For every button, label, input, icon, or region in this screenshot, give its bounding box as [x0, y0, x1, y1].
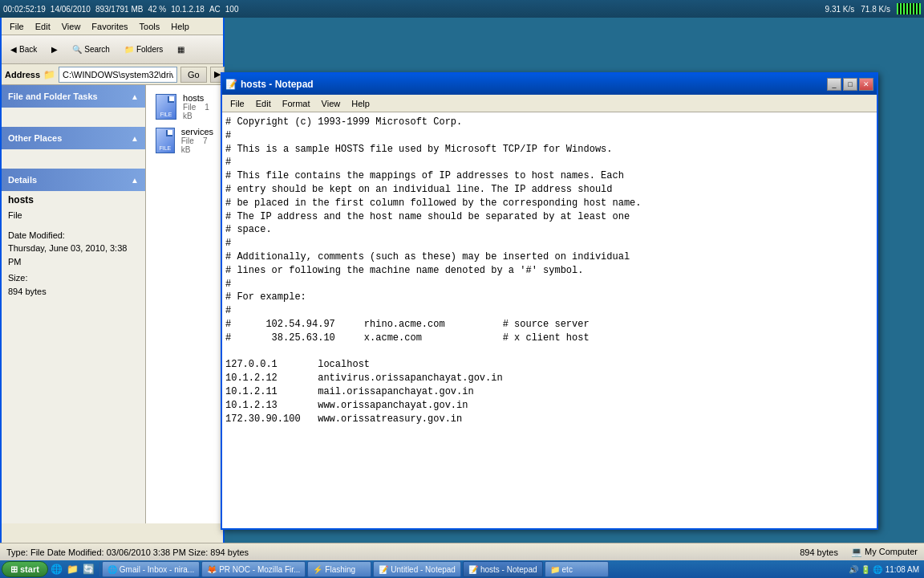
taskbar-task-untitled-notepad[interactable]: 📝 Untitled - Notepad — [373, 561, 461, 577]
start-label: start — [20, 564, 39, 574]
search-icon: 🔍 — [72, 45, 82, 54]
notepad-menu-format[interactable]: Format — [278, 97, 315, 110]
task-prnoc-label: PR NOC - Mozilla Fir... — [219, 565, 300, 574]
task-untitled-label: Untitled - Notepad — [391, 565, 456, 574]
address-input[interactable] — [59, 67, 177, 83]
details-type: File — [8, 209, 139, 222]
file-meta: File 7 kB — [181, 136, 213, 154]
folders-icon: 📁 — [124, 45, 134, 54]
task-flashing-label: Flashing — [325, 565, 355, 574]
explorer-content: File and Folder Tasks ▲ Other Places ▲ D… — [2, 85, 223, 523]
taskbar-task-gmail[interactable]: 🌐 Gmail - Inbox - nira... — [102, 561, 200, 577]
start-button[interactable]: ⊞ start — [2, 561, 48, 577]
taskbar-task-flashing[interactable]: ⚡ Flashing — [307, 561, 371, 577]
sidebar-section-other-places: Other Places ▲ — [2, 127, 145, 165]
top-memory: 893/1791 MB — [95, 5, 144, 14]
details-header[interactable]: Details ▲ — [2, 169, 145, 191]
go-button[interactable]: Go — [180, 67, 207, 83]
folders-button[interactable]: 📁 Folders — [119, 39, 168, 61]
main-file-area: FILE hosts File 1 kB FILE services — [146, 85, 223, 523]
explorer-menu-tools[interactable]: Tools — [135, 20, 165, 33]
back-icon: ◀ — [10, 45, 17, 54]
file-folder-tasks-content — [2, 108, 145, 124]
taskbar-top-left: 00:02:52:19 14/06/2010 893/1791 MB 42 % … — [3, 5, 239, 14]
notepad-content-area[interactable] — [222, 112, 877, 527]
top-net-down: 9.31 K/s — [825, 5, 855, 14]
explorer-menu-view[interactable]: View — [57, 20, 86, 33]
details-chevron-icon: ▲ — [131, 176, 139, 185]
address-label: Address — [5, 70, 40, 79]
chevron-icon: ▲ — [131, 92, 139, 101]
task-untitled-icon: 📝 — [379, 565, 388, 574]
details-size: 894 bytes — [8, 285, 139, 299]
explorer-menu-file[interactable]: File — [5, 20, 29, 33]
task-etc-label: etc — [562, 565, 573, 574]
details-size-label: Size: — [8, 271, 139, 285]
list-item[interactable]: FILE services File 7 kB — [152, 125, 217, 156]
file-folder-tasks-label: File and Folder Tasks — [8, 92, 98, 101]
top-volume: 100 — [225, 5, 239, 14]
explorer-toolbar: ◀ Back ▶ 🔍 Search 📁 Folders ▦ — [2, 35, 223, 64]
details-content: hosts File Date Modified: Thursday, June… — [2, 191, 145, 301]
windows-icon: ⊞ — [10, 564, 18, 575]
taskbar-bottom: ⊞ start 🌐 📁 🔄 🌐 Gmail - Inbox - nira... … — [0, 560, 924, 578]
details-filename: hosts — [8, 194, 139, 206]
sidebar-section-details: Details ▲ hosts File Date Modified: Thur… — [2, 169, 145, 301]
status-bar-size: 894 bytes — [800, 547, 838, 557]
notepad-icon: 📝 — [225, 79, 237, 90]
notepad-maximize-button[interactable]: □ — [843, 78, 857, 91]
notepad-titlebar: 📝 hosts - Notepad _ □ ✕ — [222, 74, 877, 95]
top-label: AC — [209, 5, 221, 14]
taskbar-task-etc[interactable]: 📁 etc — [545, 561, 609, 577]
forward-icon: ▶ — [51, 45, 58, 54]
explorer-menu-favorites[interactable]: Favorites — [87, 20, 132, 33]
file-list: FILE hosts File 1 kB FILE services — [146, 85, 223, 162]
notepad-minimize-button[interactable]: _ — [827, 78, 841, 91]
status-bar-computer: 💻 My Computer — [851, 547, 918, 557]
view-button[interactable]: ▦ — [172, 39, 190, 61]
details-date-label: Date Modified: — [8, 229, 139, 242]
sidebar-section-file-tasks: File and Folder Tasks ▲ — [2, 85, 145, 124]
other-places-header[interactable]: Other Places ▲ — [2, 127, 145, 149]
top-time: 00:02:52:19 — [3, 5, 46, 14]
status-bar-left: Type: File Date Modified: 03/06/2010 3:3… — [6, 547, 249, 557]
task-gmail-label: Gmail - Inbox - nira... — [120, 565, 194, 574]
top-ip: 10.1.2.18 — [171, 5, 205, 14]
view-icon: ▦ — [177, 45, 184, 54]
folder-icon-small: 📁 — [43, 69, 55, 80]
notepad-menu-help[interactable]: Help — [346, 97, 375, 110]
taskbar-top-right: 9.31 K/s 71.8 K/s — [825, 3, 921, 14]
notepad-close-button[interactable]: ✕ — [859, 78, 873, 91]
taskbar-task-hosts-notepad[interactable]: 📝 hosts - Notepad — [463, 561, 543, 577]
back-button[interactable]: ◀ Back — [5, 39, 43, 61]
notepad-menu-view[interactable]: View — [317, 97, 346, 110]
notepad-titlebar-title: 📝 hosts - Notepad — [225, 79, 314, 90]
details-label: Details — [8, 175, 37, 185]
list-item[interactable]: FILE hosts File 1 kB — [152, 92, 217, 122]
notepad-menu-file[interactable]: File — [225, 97, 249, 110]
taskbar-task-prnoc[interactable]: 🦊 PR NOC - Mozilla Fir... — [201, 561, 306, 577]
top-date: 14/06/2010 — [51, 5, 91, 14]
task-hosts-icon: 📝 — [468, 565, 478, 574]
file-info: services File 7 kB — [181, 127, 213, 154]
explorer-menu-help[interactable]: Help — [166, 20, 194, 33]
ql-folder-button[interactable]: 📁 — [66, 562, 80, 576]
search-button[interactable]: 🔍 Search — [67, 39, 116, 61]
tray-time: 11:08 AM — [886, 565, 919, 574]
ql-ie-button[interactable]: 🌐 — [50, 562, 64, 576]
file-meta: File 1 kB — [183, 103, 213, 120]
task-prnoc-icon: 🦊 — [207, 565, 217, 574]
explorer-menu-edit[interactable]: Edit — [30, 20, 55, 33]
file-info: hosts File 1 kB — [183, 93, 213, 120]
notepad-menu-edit[interactable]: Edit — [251, 97, 276, 110]
top-percent: 42 % — [148, 5, 166, 14]
file-folder-tasks-header[interactable]: File and Folder Tasks ▲ — [2, 85, 145, 108]
file-name: services — [181, 127, 213, 136]
status-bar-right: 894 bytes 💻 My Computer — [800, 547, 918, 557]
ql-refresh-button[interactable]: 🔄 — [82, 562, 96, 576]
other-places-label: Other Places — [8, 133, 62, 143]
tray-icons: 🔊 🔋 🌐 — [849, 565, 882, 574]
details-date: Thursday, June 03, 2010, 3:38 PM — [8, 242, 139, 268]
forward-button[interactable]: ▶ — [46, 39, 63, 61]
address-bar: Address 📁 Go ▶ — [2, 64, 223, 85]
